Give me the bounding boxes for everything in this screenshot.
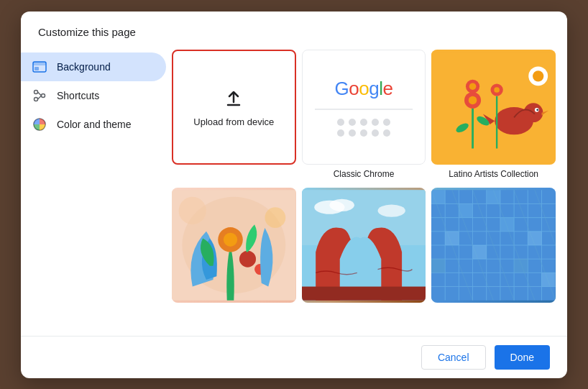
svg-rect-36 [302, 286, 426, 300]
svg-rect-64 [487, 190, 500, 203]
svg-point-30 [239, 250, 256, 267]
search-bar-line [315, 109, 413, 110]
svg-point-29 [224, 232, 237, 246]
svg-rect-62 [431, 190, 445, 203]
sidebar: Background Shortcuts [21, 47, 172, 336]
background-icon [32, 60, 47, 74]
floral-item[interactable] [172, 188, 296, 303]
chrome-dots-row-2 [337, 129, 390, 137]
svg-point-13 [537, 109, 539, 111]
svg-point-17 [469, 83, 477, 90]
dialog-title: Customize this page [21, 12, 567, 47]
svg-point-5 [35, 97, 38, 101]
svg-point-32 [179, 196, 206, 224]
chrome-dot [372, 119, 379, 126]
glass-thumb [431, 188, 556, 303]
sidebar-item-color-theme-label: Color and theme [57, 119, 132, 130]
sidebar-item-color-theme[interactable]: Color and theme [21, 110, 166, 139]
dialog-body: Background Shortcuts [21, 47, 567, 336]
background-grid-scroll[interactable]: Upload from device Google [172, 47, 561, 327]
chrome-dots [337, 119, 390, 137]
color-theme-icon [32, 117, 47, 132]
desert-thumb [302, 188, 426, 303]
svg-line-6 [38, 92, 42, 96]
classic-chrome-thumb: Google [302, 50, 426, 165]
svg-rect-63 [459, 203, 473, 217]
chrome-dot [360, 129, 367, 137]
svg-rect-2 [35, 67, 39, 70]
svg-rect-1 [33, 62, 46, 65]
svg-point-33 [265, 207, 285, 228]
svg-rect-68 [528, 231, 542, 244]
svg-rect-65 [446, 231, 459, 244]
floral-thumb [172, 188, 296, 303]
shortcuts-icon [32, 88, 47, 103]
content-area: Upload from device Google [172, 47, 567, 336]
sidebar-item-shortcuts-label: Shortcuts [57, 90, 99, 101]
svg-point-19 [533, 70, 543, 81]
svg-point-15 [469, 96, 477, 104]
svg-rect-70 [514, 259, 528, 273]
svg-rect-69 [431, 259, 445, 273]
background-grid: Upload from device Google [172, 47, 559, 306]
chrome-dot [349, 129, 356, 137]
svg-point-3 [35, 90, 38, 93]
cancel-button[interactable]: Cancel [421, 345, 486, 370]
chrome-dot [372, 129, 379, 137]
latino-artists-label: Latino Artists Collection [431, 165, 556, 182]
chrome-dots-row-1 [337, 119, 390, 126]
chrome-dot [349, 119, 356, 126]
glass-item[interactable] [431, 188, 556, 303]
svg-rect-35 [302, 190, 426, 245]
svg-point-4 [42, 93, 45, 97]
chrome-dot [383, 119, 390, 126]
chrome-dot [360, 119, 367, 126]
svg-point-38 [329, 198, 354, 211]
svg-rect-71 [542, 273, 556, 286]
latino-artists-item[interactable]: Latino Artists Collection [431, 50, 556, 182]
customize-dialog: Customize this page Background [21, 12, 567, 378]
svg-point-39 [377, 204, 405, 216]
latino-artists-thumb [431, 50, 556, 165]
chrome-dot [337, 129, 344, 137]
svg-rect-66 [473, 245, 487, 259]
classic-chrome-label: Classic Chrome [302, 165, 426, 182]
chrome-dot [383, 129, 390, 137]
dialog-footer: Cancel Done [21, 336, 567, 378]
sidebar-item-background[interactable]: Background [21, 52, 166, 81]
svg-rect-67 [500, 217, 514, 231]
upload-label: Upload from device [193, 116, 274, 127]
svg-point-24 [495, 87, 500, 93]
chrome-dot [337, 119, 344, 126]
upload-item[interactable]: Upload from device [172, 50, 296, 182]
svg-line-7 [38, 96, 42, 99]
done-button[interactable]: Done [495, 345, 550, 370]
desert-item[interactable] [302, 188, 426, 303]
sidebar-item-shortcuts[interactable]: Shortcuts [21, 81, 166, 110]
upload-card[interactable]: Upload from device [172, 50, 296, 165]
upload-icon [222, 86, 245, 109]
classic-chrome-item[interactable]: Google [302, 50, 426, 182]
sidebar-item-background-label: Background [57, 61, 111, 73]
google-logo: Google [335, 78, 393, 100]
